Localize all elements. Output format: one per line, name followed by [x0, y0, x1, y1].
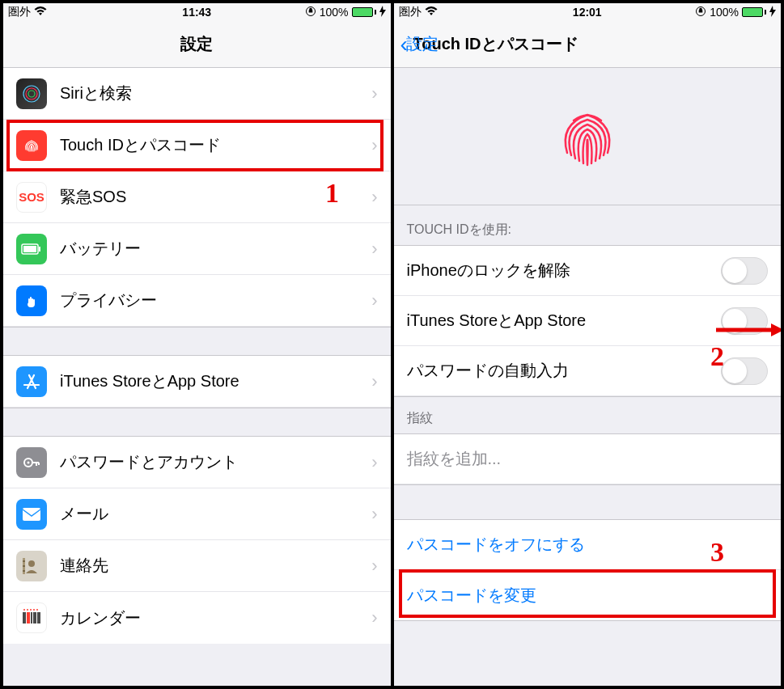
row-label: プライバシー [60, 290, 371, 311]
svg-point-21 [27, 609, 28, 611]
rotation-lock-icon [305, 6, 316, 19]
status-bar: 圏外 12:01 100% [394, 3, 782, 21]
chevron-right-icon: › [371, 504, 377, 525]
siri-icon [16, 78, 47, 109]
toggle-label: パスワードの自動入力 [407, 360, 722, 382]
svg-point-20 [23, 609, 25, 611]
annotation-number-3: 3 [710, 537, 724, 568]
battery-icon [352, 7, 376, 17]
charging-icon [379, 6, 386, 19]
row-label: Touch IDとパスコード [60, 134, 371, 156]
nav-bar: 設定 [3, 21, 391, 68]
nav-bar: ‹ 設定 Touch IDとパスコード [394, 21, 782, 68]
toggle-label: iPhoneのロックを解除 [407, 260, 722, 281]
touchid-screen: 圏外 12:01 100% ‹ [394, 3, 782, 686]
row-passwords[interactable]: パスワードとアカウント › [3, 437, 391, 488]
row-label: 連絡先 [60, 555, 371, 577]
row-label: Siriと検索 [60, 82, 371, 104]
page-title: 設定 [180, 33, 213, 55]
privacy-icon [16, 285, 47, 316]
row-label: パスワードとアカウント [60, 451, 371, 473]
svg-point-23 [33, 609, 35, 611]
back-button[interactable]: ‹ 設定 [400, 33, 439, 56]
chevron-right-icon: › [371, 83, 377, 104]
chevron-right-icon: › [371, 135, 377, 156]
svg-marker-27 [771, 323, 781, 336]
row-label: iTunes StoreとApp Store [60, 370, 371, 392]
annotation-arrow [714, 322, 781, 341]
wifi-icon [425, 6, 438, 19]
chevron-right-icon: › [371, 290, 377, 311]
svg-rect-9 [23, 508, 40, 521]
appstore-icon [16, 366, 47, 397]
section-header-fingerprint: 指紋 [394, 396, 782, 434]
chevron-right-icon: › [371, 371, 377, 392]
row-label: メール [60, 503, 371, 525]
svg-rect-13 [23, 565, 25, 567]
row-mail[interactable]: メール › [3, 488, 391, 540]
row-privacy[interactable]: プライバシー › [3, 275, 391, 327]
chevron-right-icon: › [371, 239, 377, 260]
svg-rect-19 [37, 612, 40, 623]
mail-icon [16, 499, 47, 530]
back-label: 設定 [406, 33, 439, 55]
svg-rect-5 [23, 246, 36, 252]
passcode-change-label: パスコードを変更 [407, 585, 769, 607]
row-contacts[interactable]: 連絡先 › [3, 540, 391, 592]
section-header-touchid: TOUCH IDを使用: [394, 205, 782, 246]
calendar-icon [16, 602, 47, 633]
svg-rect-12 [23, 560, 25, 562]
add-fingerprint[interactable]: 指紋を追加... [394, 434, 782, 484]
switch[interactable] [721, 257, 768, 285]
row-touchid[interactable]: Touch IDとパスコード › [3, 120, 391, 171]
annotation-number-1: 1 [325, 178, 339, 209]
key-icon [16, 447, 47, 478]
charging-icon [769, 6, 776, 19]
toggle-unlock[interactable]: iPhoneのロックを解除 [394, 246, 782, 296]
fingerprint-large-icon [551, 100, 624, 173]
battery-settings-icon [16, 234, 47, 264]
svg-rect-18 [33, 612, 36, 623]
switch[interactable] [721, 357, 768, 385]
rotation-lock-icon [695, 6, 706, 19]
chevron-right-icon: › [371, 556, 377, 577]
wifi-icon [34, 6, 47, 19]
svg-rect-16 [27, 612, 30, 623]
fingerprint-hero [394, 68, 782, 205]
contacts-icon [16, 551, 47, 581]
battery-percent: 100% [710, 6, 739, 19]
toggle-label: iTunes StoreとApp Store [407, 310, 722, 332]
annotation-number-2: 2 [710, 341, 724, 372]
carrier-label: 圏外 [8, 5, 31, 19]
settings-screen: 圏外 11:43 100% 設定 [3, 3, 394, 686]
battery-percent: 100% [320, 6, 349, 19]
chevron-right-icon: › [371, 607, 377, 628]
clock: 11:43 [182, 6, 211, 19]
svg-point-8 [28, 461, 30, 463]
status-bar: 圏外 11:43 100% [3, 3, 391, 21]
fingerprint-icon [16, 130, 47, 161]
svg-point-2 [26, 88, 37, 99]
svg-point-3 [28, 91, 35, 97]
row-label: バッテリー [60, 238, 371, 260]
clock: 12:01 [573, 6, 602, 19]
row-battery[interactable]: バッテリー › [3, 223, 391, 275]
svg-rect-17 [31, 612, 32, 623]
svg-rect-15 [23, 612, 26, 623]
sos-icon: SOS [16, 182, 47, 213]
svg-point-22 [30, 609, 32, 611]
chevron-right-icon: › [371, 452, 377, 473]
svg-point-24 [36, 609, 38, 611]
svg-point-10 [28, 560, 35, 567]
row-calendar[interactable]: カレンダー › [3, 592, 391, 644]
add-fingerprint-label: 指紋を追加... [407, 448, 769, 470]
carrier-label: 圏外 [399, 5, 422, 19]
row-appstore[interactable]: iTunes StoreとApp Store › [3, 356, 391, 408]
passcode-change[interactable]: パスコードを変更 [394, 570, 782, 620]
row-siri[interactable]: Siriと検索 › [3, 68, 391, 120]
chevron-right-icon: › [371, 187, 377, 208]
row-label: カレンダー [60, 607, 371, 629]
svg-rect-6 [39, 247, 40, 252]
svg-rect-14 [23, 570, 25, 572]
battery-icon [742, 7, 766, 17]
